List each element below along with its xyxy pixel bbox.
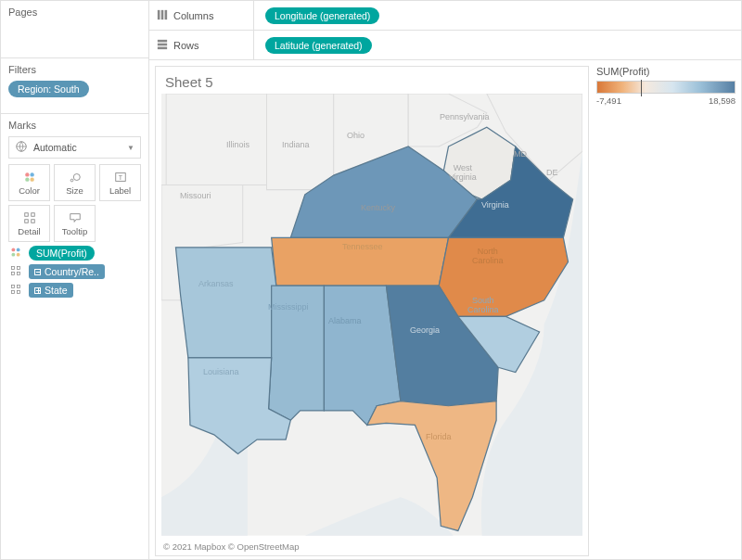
filter-pill-region[interactable]: Region: South xyxy=(8,81,89,97)
choropleth-map[interactable] xyxy=(161,94,582,536)
marks-type-select[interactable]: Automatic ▼ xyxy=(8,136,141,159)
svg-point-16 xyxy=(17,253,20,257)
svg-rect-24 xyxy=(18,291,20,294)
rows-shelf[interactable]: Rows Latitude (generated) xyxy=(149,31,741,60)
marks-tooltip-label: Tooltip xyxy=(62,226,87,236)
marks-size-button[interactable]: Size xyxy=(54,164,96,201)
svg-point-15 xyxy=(11,253,15,257)
color-legend[interactable]: SUM(Profit) -7,491 18,598 xyxy=(596,66,736,556)
tooltip-icon xyxy=(68,211,83,224)
viz-card: Sheet 5 xyxy=(155,66,589,556)
tableau-workspace: Pages Filters Region: South Marks Automa… xyxy=(0,0,742,560)
marks-row-sumprofit[interactable]: SUM(Profit) xyxy=(8,246,141,261)
left-sidebar: Pages Filters Region: South Marks Automa… xyxy=(1,1,149,559)
svg-point-6 xyxy=(73,173,80,180)
svg-rect-20 xyxy=(18,273,20,275)
columns-icon xyxy=(157,9,168,22)
svg-rect-12 xyxy=(31,219,34,223)
svg-rect-11 xyxy=(24,219,28,223)
marks-detail-button[interactable]: Detail xyxy=(8,205,50,242)
svg-point-1 xyxy=(25,172,29,176)
marks-row-country[interactable]: Country/Re.. xyxy=(8,264,141,279)
legend-max: 18,598 xyxy=(709,95,736,106)
filters-title: Filters xyxy=(8,64,141,75)
svg-rect-26 xyxy=(161,9,164,19)
svg-rect-18 xyxy=(18,267,20,270)
marks-color-button[interactable]: Color xyxy=(8,164,50,201)
marks-pill-country[interactable]: Country/Re.. xyxy=(29,264,105,279)
svg-point-13 xyxy=(11,248,15,251)
detail-icon xyxy=(22,211,37,224)
rows-shelf-label: Rows xyxy=(157,31,254,59)
map-area[interactable]: Illinois Indiana Ohio Pennsylvania Misso… xyxy=(161,94,582,536)
marks-detail-label: Detail xyxy=(18,226,40,236)
legend-gradient[interactable] xyxy=(596,81,736,94)
svg-rect-25 xyxy=(158,9,160,19)
label-icon: T xyxy=(113,171,128,184)
svg-rect-17 xyxy=(12,267,15,270)
marks-row-state[interactable]: State xyxy=(8,283,141,298)
marks-pill-state[interactable]: State xyxy=(29,283,73,298)
svg-rect-28 xyxy=(158,39,167,42)
filters-panel: Filters Region: South xyxy=(1,58,148,114)
rows-pill-latitude[interactable]: Latitude (generated) xyxy=(265,37,372,54)
color-icon xyxy=(22,171,37,184)
columns-pill-longitude[interactable]: Longitude (generated) xyxy=(265,7,379,24)
svg-rect-23 xyxy=(12,291,15,294)
detail-small-icon xyxy=(8,265,23,278)
marks-pill-sumprofit[interactable]: SUM(Profit) xyxy=(29,246,95,261)
marks-title: Marks xyxy=(8,120,141,131)
svg-rect-9 xyxy=(24,212,28,216)
svg-point-14 xyxy=(17,248,20,251)
svg-point-2 xyxy=(30,172,33,176)
sheet-title[interactable]: Sheet 5 xyxy=(156,67,588,94)
svg-point-5 xyxy=(70,179,73,182)
size-icon xyxy=(68,171,83,184)
legend-tick xyxy=(641,80,642,96)
detail-small-icon-2 xyxy=(8,284,23,297)
svg-rect-27 xyxy=(165,9,168,19)
svg-rect-10 xyxy=(31,212,34,216)
svg-point-4 xyxy=(30,177,33,181)
color-dots-icon xyxy=(8,246,23,261)
svg-rect-22 xyxy=(18,286,20,288)
rows-icon xyxy=(157,39,168,52)
map-attribution: © 2021 Mapbox © OpenStreetMap xyxy=(156,538,588,555)
right-area: Columns Longitude (generated) Rows Latit… xyxy=(149,1,741,559)
marks-type-label: Automatic xyxy=(33,142,77,153)
marks-tooltip-button[interactable]: Tooltip xyxy=(54,205,96,242)
svg-text:T: T xyxy=(118,173,122,180)
columns-shelf[interactable]: Columns Longitude (generated) xyxy=(149,1,741,31)
marks-color-label: Color xyxy=(19,185,40,196)
svg-point-3 xyxy=(25,177,29,181)
svg-rect-21 xyxy=(12,286,15,288)
svg-rect-29 xyxy=(158,43,167,45)
marks-label-label: Label xyxy=(109,185,131,196)
pages-panel: Pages xyxy=(1,1,148,58)
legend-min: -7,491 xyxy=(596,95,621,106)
globe-icon xyxy=(15,140,28,155)
svg-rect-19 xyxy=(12,273,15,275)
plus-box-icon xyxy=(34,287,41,294)
workspace: Sheet 5 xyxy=(149,60,741,560)
chevron-down-icon: ▼ xyxy=(127,144,134,152)
columns-shelf-label: Columns xyxy=(157,1,254,30)
marks-size-label: Size xyxy=(66,185,83,196)
marks-label-button[interactable]: T Label xyxy=(99,164,141,201)
legend-title: SUM(Profit) xyxy=(596,66,736,77)
shelves: Columns Longitude (generated) Rows Latit… xyxy=(149,1,741,60)
marks-panel: Marks Automatic ▼ Color xyxy=(1,114,148,559)
pages-title: Pages xyxy=(8,6,141,18)
svg-rect-30 xyxy=(158,46,167,49)
minus-box-icon xyxy=(34,269,41,275)
